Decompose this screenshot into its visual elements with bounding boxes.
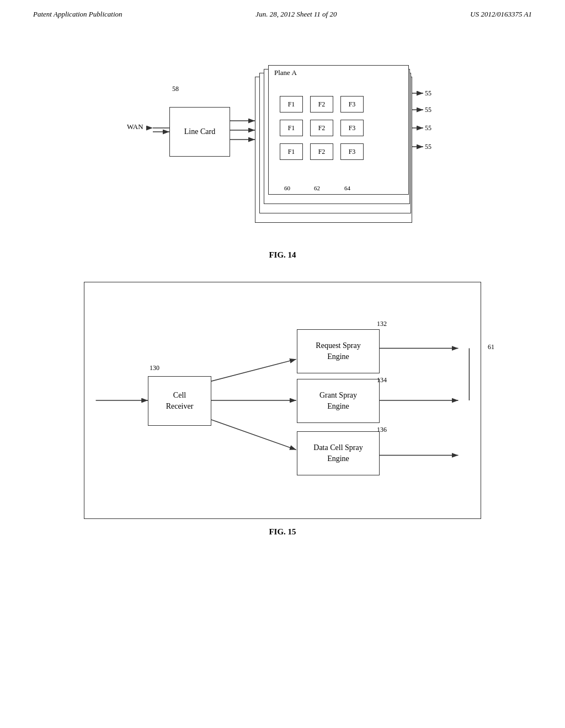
label-132: 132 xyxy=(377,320,387,328)
label-55c: 55 xyxy=(425,124,431,132)
label-130: 130 xyxy=(150,364,159,372)
grant-spray-engine-box: Grant Spray Engine xyxy=(297,379,380,423)
f1-r2: F1 xyxy=(280,120,303,136)
request-spray-engine-box: Request Spray Engine xyxy=(297,329,380,373)
plane-a-box: Plane A F1 F2 F3 F1 F2 F3 F1 F2 F3 60 62… xyxy=(268,65,409,195)
header-middle: Jun. 28, 2012 Sheet 11 of 20 xyxy=(255,10,337,19)
header-left: Patent Application Publication xyxy=(33,10,122,19)
cell-receiver-box: Cell Receiver xyxy=(148,376,211,426)
page-header: Patent Application Publication Jun. 28, … xyxy=(0,0,565,19)
fig15-svg xyxy=(84,282,481,518)
label-60: 60 xyxy=(284,185,290,191)
fig15-diagram: Cell Receiver 130 Request Spray Engine 1… xyxy=(84,282,481,519)
f3-r3: F3 xyxy=(340,143,364,160)
svg-line-18 xyxy=(211,359,296,381)
f1-r1: F1 xyxy=(280,96,303,113)
label-58: 58 xyxy=(172,85,179,93)
f2-r1: F2 xyxy=(310,96,333,113)
f3-r2: F3 xyxy=(340,120,364,136)
label-64: 64 xyxy=(344,185,350,191)
f2-r3: F2 xyxy=(310,143,333,160)
f1-r3: F1 xyxy=(280,143,303,160)
label-55b: 55 xyxy=(425,106,431,114)
label-62: 62 xyxy=(314,185,320,191)
f2-r2: F2 xyxy=(310,120,333,136)
line-card-box: Line Card xyxy=(169,107,230,157)
label-61: 61 xyxy=(488,343,494,351)
svg-line-20 xyxy=(211,420,296,450)
main-content: WAN Line Card 58 54 Plane D Plane C Plan… xyxy=(0,19,565,553)
plane-a-label: Plane A xyxy=(274,68,297,77)
data-cell-spray-engine-box: Data Cell Spray Engine xyxy=(297,431,380,475)
f3-r1: F3 xyxy=(340,96,364,113)
wan-label: WAN xyxy=(127,122,143,131)
fig14-caption: FIG. 14 xyxy=(269,250,296,260)
fig15-caption: FIG. 15 xyxy=(269,527,296,537)
label-136: 136 xyxy=(377,426,387,434)
label-55a: 55 xyxy=(425,89,431,98)
label-55d: 55 xyxy=(425,143,431,151)
fig14-container: WAN Line Card 58 54 Plane D Plane C Plan… xyxy=(33,46,532,260)
label-134: 134 xyxy=(377,376,387,384)
header-right: US 2012/0163375 A1 xyxy=(470,10,532,19)
fig15-container: Cell Receiver 130 Request Spray Engine 1… xyxy=(33,282,532,537)
fig14-diagram: WAN Line Card 58 54 Plane D Plane C Plan… xyxy=(122,46,443,245)
